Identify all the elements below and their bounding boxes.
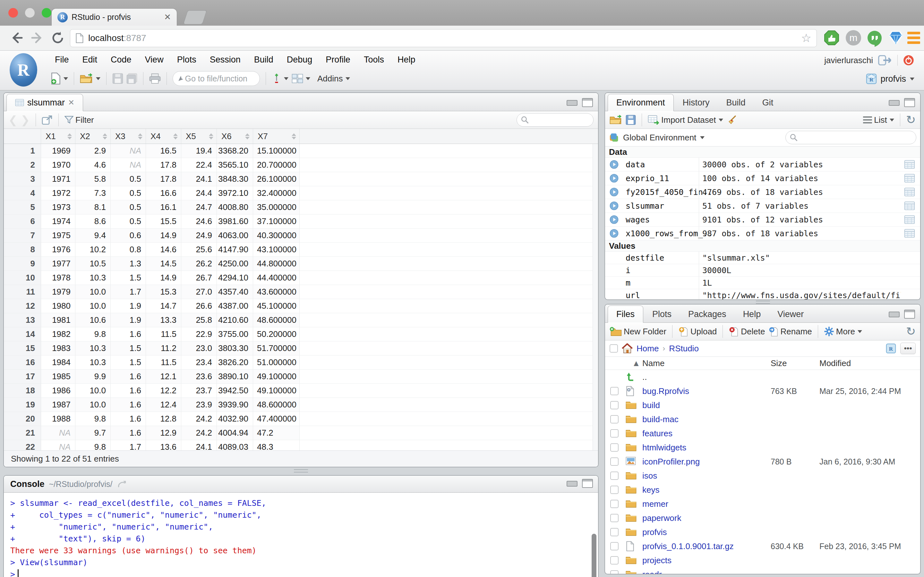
environment-data-row[interactable]: slsummar51 obs. of 7 variables [605,199,920,213]
file-name-link[interactable]: memer [642,497,668,511]
table-row[interactable]: 319715.80.517.824.13848.3026.100000 [4,172,598,186]
table-row[interactable]: 21NA9.71.612.924.24004.9447.2 [4,426,598,440]
view-table-icon[interactable] [904,187,915,197]
table-row[interactable]: 8197610.20.814.625.64147.9043.100000 [4,243,598,257]
minimize-pane-icon[interactable] [567,481,577,487]
expand-icon[interactable] [610,160,619,169]
file-name-link[interactable]: .. [642,370,647,384]
viewer-scrollbar[interactable] [593,144,598,450]
file-row[interactable]: keys [605,483,920,497]
tab-plots[interactable]: Plots [644,306,680,322]
tab-close-icon[interactable]: ✕ [68,94,74,111]
select-all-checkbox[interactable] [610,344,618,353]
sign-out-icon[interactable] [878,55,892,65]
clear-workspace-broom-icon[interactable] [726,115,737,125]
expand-icon[interactable] [610,174,619,183]
sort-ascending-icon[interactable]: ▲ [632,357,640,370]
menu-debug[interactable]: Debug [280,55,319,65]
maximize-pane-icon[interactable] [582,98,593,107]
extension-hangouts-icon[interactable] [867,30,882,45]
file-name-link[interactable]: bug.Rprofvis [642,384,689,398]
table-row[interactable]: 10197810.31.514.926.74294.1044.400000 [4,271,598,285]
refresh-icon[interactable] [51,31,65,45]
column-header-x7[interactable]: X7 [253,129,300,143]
file-checkbox[interactable] [610,528,619,536]
environment-value-row[interactable]: url"http://www.fns.usda.gov/sites/defaul… [605,289,920,300]
version-control-button[interactable] [272,73,288,84]
file-row[interactable]: build-mac [605,412,920,426]
file-row[interactable]: profvis [605,525,920,539]
print-button[interactable] [149,73,161,84]
file-name-link[interactable]: isos [642,469,657,483]
table-row[interactable]: 719759.40.614.924.94063.0040.300000 [4,229,598,243]
environment-value-row[interactable]: destfile"slsummar.xls" [605,251,920,264]
file-name-link[interactable]: keys [642,483,659,497]
file-name-link[interactable]: readr [642,567,662,574]
expand-icon[interactable] [610,201,619,210]
extension-gem-icon[interactable] [888,30,903,45]
table-row[interactable]: 519738.10.516.124.74008.8035.000000 [4,200,598,214]
file-row[interactable]: bug.Rprofvis763 KBMar 25, 2016, 2:44 PM [605,384,920,398]
view-table-icon[interactable] [904,160,915,169]
quit-session-icon[interactable] [903,55,914,66]
menu-session[interactable]: Session [203,55,247,65]
column-header-x5[interactable]: X5 [181,129,217,143]
tab-packages[interactable]: Packages [680,306,735,322]
tab-build[interactable]: Build [718,94,754,111]
goto-file-input[interactable] [184,74,255,84]
environment-data-row[interactable]: wages9101 obs. of 12 variables [605,213,920,227]
maximize-pane-icon[interactable] [904,98,915,107]
menu-file[interactable]: File [48,55,76,65]
nav-forward-icon[interactable]: ❯ [21,115,30,125]
table-row[interactable]: 18198610.01.612.223.73942.5049.100000 [4,384,598,398]
nav-back-icon[interactable]: ❮ [8,115,18,125]
file-checkbox[interactable] [610,556,619,564]
expand-icon[interactable] [610,229,619,238]
table-row[interactable]: 619748.60.515.524.63981.6037.100000 [4,214,598,229]
more-menu-button[interactable]: More [824,326,862,337]
addins-menu[interactable]: Addins [317,74,350,84]
file-row[interactable]: htmlwidgets [605,440,920,455]
tab-viewer[interactable]: Viewer [769,306,812,322]
open-file-button[interactable] [80,73,100,84]
new-file-button[interactable] [51,73,68,85]
view-table-icon[interactable] [904,201,915,210]
sort-arrows-icon[interactable] [292,133,296,139]
tab-help[interactable]: Help [735,306,769,322]
delete-button[interactable]: Delete [729,326,765,337]
tab-history[interactable]: History [674,94,718,111]
menu-tools[interactable]: Tools [357,55,391,65]
expand-icon[interactable] [610,215,619,224]
file-checkbox[interactable] [610,514,619,522]
table-row[interactable]: 22NA9.81.713.624.14089.0348.3 [4,440,598,450]
file-checkbox[interactable] [610,500,619,508]
breadcrumb-home[interactable]: Home [636,343,659,354]
tab-files[interactable]: Files [607,306,643,323]
new-folder-button[interactable]: New Folder [610,327,666,337]
view-table-icon[interactable] [904,229,915,238]
table-row[interactable]: 219704.6NA17.822.43565.1020.700000 [4,158,598,172]
column-header-x1[interactable]: X1 [41,129,75,143]
file-checkbox[interactable] [610,486,619,494]
column-header-x3[interactable]: X3 [111,129,146,143]
traffic-light-zoom[interactable] [42,8,51,18]
view-table-icon[interactable] [904,215,915,224]
file-name-link[interactable]: profvis [642,525,667,539]
file-row[interactable]: memer [605,497,920,511]
environment-data-row[interactable]: fy2015f_4050_fin..4769 obs. of 18 variab… [605,185,920,199]
rename-button[interactable]: Rename [768,326,812,337]
environment-value-row[interactable]: m1L [605,277,920,289]
minimize-pane-icon[interactable] [567,100,577,106]
pane-splitter-grip[interactable] [756,301,770,304]
breadcrumb-rstudio[interactable]: RStudio [669,343,699,354]
save-button[interactable] [112,73,123,84]
table-row[interactable]: 13198110.61.913.325.84210.6048.600000 [4,313,598,327]
tab-environment[interactable]: Environment [607,94,674,111]
file-checkbox[interactable] [610,443,619,452]
file-name-link[interactable]: htmlwidgets [642,440,686,455]
file-name-link[interactable]: features [642,426,672,440]
menu-view[interactable]: View [138,55,170,65]
file-name-link[interactable]: paperwork [642,511,681,525]
table-row[interactable]: 419727.30.516.624.43972.1032.400000 [4,186,598,200]
sort-arrows-icon[interactable] [103,133,107,139]
